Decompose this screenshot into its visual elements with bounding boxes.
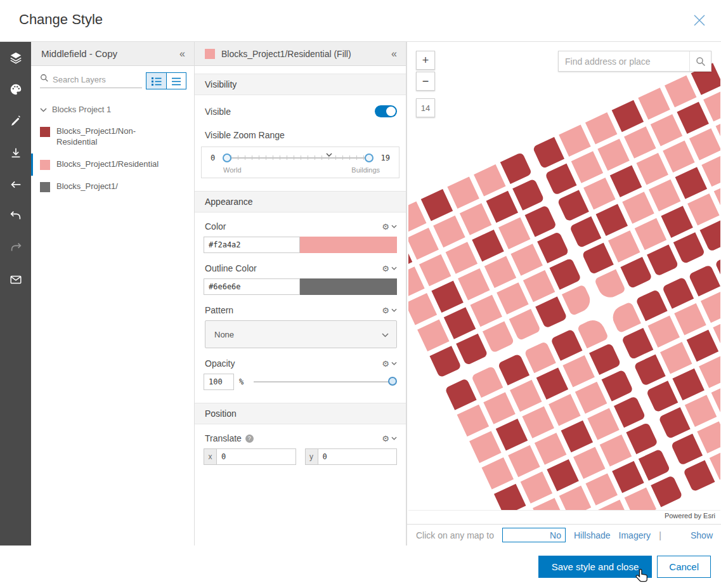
opacity-unit: % bbox=[239, 377, 244, 386]
palette-icon[interactable] bbox=[0, 74, 31, 105]
layer-view-toggle bbox=[146, 72, 186, 89]
layer-swatch bbox=[40, 182, 50, 192]
outline-preview-swatch[interactable] bbox=[300, 278, 397, 295]
basemap-bar: Click on any map to No Hillshade Imagery… bbox=[407, 524, 721, 546]
translate-options-gear-icon[interactable]: ⚙ bbox=[382, 434, 397, 443]
pattern-select[interactable]: None bbox=[205, 320, 397, 348]
back-arrow-icon[interactable] bbox=[0, 169, 31, 200]
layer-item-non-residential[interactable]: Blocks_Project1/Non-Residential bbox=[31, 121, 194, 154]
dialog-title: Change Style bbox=[19, 11, 103, 28]
opacity-input[interactable] bbox=[204, 374, 234, 390]
layers-panel-header: Middlefield - Copy « bbox=[31, 42, 194, 66]
translate-y-label: y bbox=[305, 448, 318, 465]
translate-y-input[interactable] bbox=[318, 448, 398, 465]
layer-item-residential[interactable]: Blocks_Project1/Residential bbox=[31, 154, 194, 176]
style-panel: Blocks_Project1/Residential (Fill) « Vis… bbox=[195, 42, 406, 546]
basemap-prefix-text: Click on any map to bbox=[416, 530, 494, 540]
outline-hex-input[interactable] bbox=[204, 278, 300, 295]
layer-group-toggle[interactable]: Blocks Project 1 bbox=[40, 105, 185, 114]
map-region: + − 14 Powered by Esri Click on any map … bbox=[406, 42, 721, 546]
outline-options-gear-icon[interactable]: ⚙ bbox=[382, 265, 397, 273]
layer-label: Blocks_Project1/Residential bbox=[56, 159, 164, 170]
opacity-slider-handle[interactable] bbox=[388, 377, 397, 386]
compact-list-view-button[interactable] bbox=[166, 72, 186, 89]
section-appearance: Appearance bbox=[195, 191, 406, 212]
visible-label: Visible bbox=[205, 107, 231, 117]
color-label: Color bbox=[205, 221, 226, 232]
map-canvas[interactable]: + − 14 Powered by Esri bbox=[408, 43, 720, 521]
basemap-imagery-link[interactable]: Imagery bbox=[619, 530, 651, 540]
visible-toggle[interactable] bbox=[375, 105, 397, 117]
layers-icon[interactable] bbox=[0, 42, 31, 74]
section-visibility: Visibility bbox=[195, 74, 406, 95]
search-layers-input[interactable] bbox=[53, 75, 142, 84]
layer-group-label: Blocks Project 1 bbox=[52, 105, 111, 114]
close-icon[interactable] bbox=[692, 13, 707, 28]
cancel-button[interactable]: Cancel bbox=[657, 556, 711, 578]
layer-item-blocks-project1[interactable]: Blocks_Project1/ bbox=[31, 176, 194, 198]
zoom-range-slider: 0 19 World Buildings bbox=[201, 147, 399, 178]
translate-x-label: x bbox=[204, 448, 216, 465]
dialog-body: Middlefield - Copy « bbox=[0, 42, 721, 546]
current-zoom-caret-icon bbox=[326, 148, 332, 159]
color-hex-input[interactable] bbox=[204, 237, 300, 253]
opacity-label: Opacity bbox=[205, 358, 235, 369]
color-preview-swatch[interactable] bbox=[300, 237, 397, 253]
city-blocks-layer bbox=[408, 43, 720, 510]
map-attribution: Powered by Esri bbox=[408, 510, 720, 521]
map-search-input[interactable] bbox=[559, 56, 689, 67]
layers-panel-title: Middlefield - Copy bbox=[41, 48, 178, 59]
basemap-divider: | bbox=[659, 530, 661, 540]
zoom-max-handle[interactable] bbox=[365, 154, 373, 162]
layer-swatch bbox=[40, 160, 50, 170]
map-zoom-in-button[interactable]: + bbox=[416, 51, 435, 70]
color-options-gear-icon[interactable]: ⚙ bbox=[382, 223, 397, 231]
left-toolbar bbox=[0, 42, 31, 546]
style-panel-header: Blocks_Project1/Residential (Fill) « bbox=[195, 42, 406, 66]
zoom-max-value[interactable]: 19 bbox=[377, 154, 394, 162]
zoom-min-value[interactable]: 0 bbox=[207, 154, 219, 162]
edit-style-icon[interactable] bbox=[0, 105, 31, 137]
opacity-slider[interactable] bbox=[254, 381, 394, 382]
basemap-hillshade-link[interactable]: Hillshade bbox=[574, 530, 611, 540]
map-search-box bbox=[558, 51, 711, 72]
style-layer-swatch bbox=[205, 49, 215, 59]
section-position: Position bbox=[195, 403, 406, 424]
download-icon[interactable] bbox=[0, 137, 31, 169]
dialog-footer: Save style and close Cancel bbox=[0, 546, 721, 588]
zoom-min-handle[interactable] bbox=[223, 154, 231, 162]
zoom-max-caption: Buildings bbox=[351, 166, 380, 174]
layers-panel: Middlefield - Copy « bbox=[31, 42, 195, 546]
dialog-header: Change Style bbox=[0, 0, 721, 42]
translate-label: Translate bbox=[205, 433, 242, 443]
detailed-list-view-button[interactable] bbox=[146, 72, 166, 89]
redo-icon[interactable] bbox=[0, 232, 31, 264]
layer-list: Blocks_Project1/Non-Residential Blocks_P… bbox=[31, 121, 194, 198]
chevron-down-icon bbox=[40, 105, 47, 114]
map-zoom-level: 14 bbox=[416, 98, 435, 117]
map-zoom-out-button[interactable]: − bbox=[416, 72, 435, 91]
layer-swatch bbox=[40, 127, 50, 137]
basemap-show-link[interactable]: Show bbox=[691, 530, 713, 540]
zoom-min-caption: World bbox=[223, 166, 242, 174]
collapse-style-panel-icon[interactable]: « bbox=[390, 48, 398, 60]
style-panel-title: Blocks_Project1/Residential (Fill) bbox=[221, 49, 390, 59]
undo-icon[interactable] bbox=[0, 200, 31, 232]
layer-label: Blocks_Project1/ bbox=[56, 181, 164, 192]
zoom-range-label: Visible Zoom Range bbox=[205, 130, 285, 140]
layer-label: Blocks_Project1/Non-Residential bbox=[56, 126, 164, 148]
help-icon[interactable]: ? bbox=[245, 434, 254, 443]
outline-color-label: Outline Color bbox=[205, 263, 257, 273]
opacity-options-gear-icon[interactable]: ⚙ bbox=[382, 360, 397, 368]
collapse-layers-panel-icon[interactable]: « bbox=[178, 48, 186, 60]
translate-x-input[interactable] bbox=[216, 448, 296, 465]
save-style-and-close-button[interactable]: Save style and close bbox=[538, 556, 653, 578]
pattern-options-gear-icon[interactable]: ⚙ bbox=[382, 306, 397, 315]
pattern-label: Pattern bbox=[205, 305, 233, 315]
envelope-icon[interactable] bbox=[0, 264, 31, 296]
basemap-none-label: No bbox=[550, 530, 561, 540]
layer-search-row bbox=[40, 72, 186, 89]
map-search-button[interactable] bbox=[689, 51, 711, 71]
basemap-none-option[interactable]: No bbox=[502, 528, 566, 542]
zoom-range-track[interactable] bbox=[224, 152, 372, 164]
